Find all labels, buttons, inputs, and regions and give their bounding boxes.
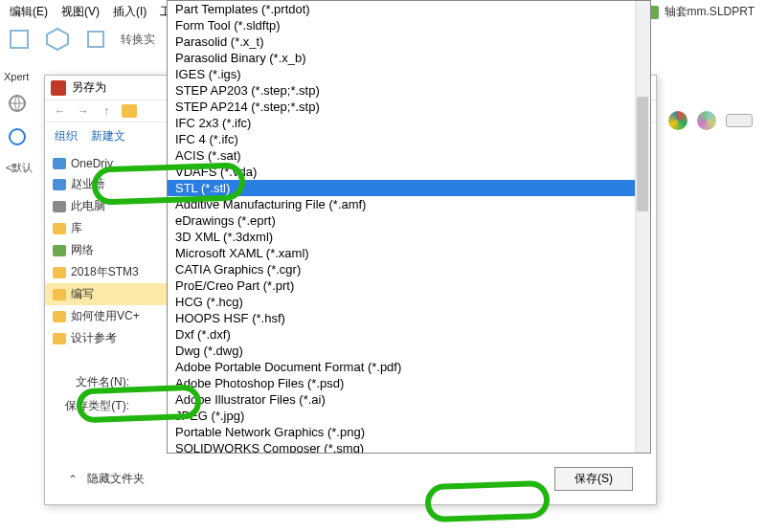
tree-design-folder[interactable]: 设计参考	[45, 327, 167, 349]
svg-marker-1	[47, 29, 68, 50]
menu-insert[interactable]: 插入(I)	[107, 2, 152, 22]
file-type-option[interactable]: Adobe Photoshop Files (*.psd)	[168, 375, 650, 391]
pc-icon	[53, 201, 66, 212]
convert-label: 转换实	[121, 32, 155, 48]
svg-point-3	[10, 129, 25, 144]
xpert-label: Xpert	[0, 65, 42, 88]
folder-icon	[53, 289, 66, 300]
user-icon	[53, 179, 66, 190]
file-type-option[interactable]: JPEG (*.jpg)	[168, 408, 650, 424]
display-panel-icon[interactable]	[726, 114, 753, 127]
file-type-option[interactable]: Adobe Illustrator Files (*.ai)	[168, 391, 650, 408]
sketch-icon[interactable]	[6, 26, 33, 53]
convert-entities-icon[interactable]	[82, 26, 109, 53]
hide-folders-link[interactable]: 隐藏文件夹	[87, 471, 145, 487]
document-name: 轴套mm.SLDPRT	[665, 4, 755, 20]
save-type-dropdown[interactable]: Part Templates (*.prtdot)Form Tool (*.sl…	[167, 0, 651, 454]
file-type-option[interactable]: SOLIDWORKS Composer (*.smg)	[168, 440, 650, 454]
file-type-option[interactable]: Microsoft XAML (*.xaml)	[168, 245, 650, 261]
tree-label: OneDriv	[71, 157, 113, 170]
tree-onedrive[interactable]: OneDriv	[45, 154, 167, 173]
menu-edit[interactable]: 编辑(E)	[4, 2, 54, 22]
nav-up-icon[interactable]: ↑	[99, 104, 114, 118]
scene-icon[interactable]	[697, 111, 716, 130]
new-folder-button[interactable]: 新建文	[91, 128, 125, 144]
file-type-option[interactable]: ACIS (*.sat)	[168, 147, 650, 164]
file-type-option[interactable]: HCG (*.hcg)	[168, 294, 650, 310]
tree-label: 此电脑	[71, 198, 105, 214]
organize-menu[interactable]: 组织	[55, 128, 78, 144]
view-toolbar	[668, 111, 753, 130]
tree-libraries[interactable]: 库	[45, 217, 167, 239]
folder-icon	[122, 104, 137, 118]
savetype-label: 保存类型(T):	[53, 398, 129, 414]
file-type-option[interactable]: Parasolid (*.x_t)	[168, 33, 650, 50]
chevron-up-icon[interactable]: ⌃	[68, 473, 78, 486]
tree-label: 库	[71, 220, 82, 236]
appearance-icon[interactable]	[668, 111, 687, 130]
cube-icon[interactable]	[44, 26, 71, 53]
orientation-icon[interactable]	[8, 127, 34, 149]
file-type-option[interactable]: STL (*.stl)	[168, 180, 650, 196]
file-type-option[interactable]: ProE/Creo Part (*.prt)	[168, 277, 650, 294]
library-icon	[53, 223, 66, 234]
cloud-icon	[53, 158, 66, 169]
file-type-option[interactable]: eDrawings (*.eprt)	[168, 212, 650, 229]
tree-label: 赵业蓓	[71, 176, 105, 192]
feature-manager-panel: Xpert <默认	[0, 65, 42, 181]
tree-this-pc[interactable]: 此电脑	[45, 195, 167, 217]
file-type-option[interactable]: Dxf (*.dxf)	[168, 326, 650, 343]
file-type-option[interactable]: Part Templates (*.prtdot)	[168, 1, 650, 17]
file-type-option[interactable]: Additive Manufacturing File (*.amf)	[168, 196, 650, 212]
file-type-option[interactable]: STEP AP203 (*.step;*.stp)	[168, 82, 650, 99]
nav-back-icon[interactable]: ←	[53, 104, 68, 118]
network-icon	[53, 245, 66, 256]
folder-tree: OneDriv 赵业蓓 此电脑 库 网络 2018年STM3 编写 如何使用VC…	[45, 150, 168, 370]
save-button[interactable]: 保存(S)	[554, 467, 633, 491]
svg-rect-0	[11, 31, 28, 48]
file-type-option[interactable]: Dwg (*.dwg)	[168, 343, 650, 359]
tree-label: 网络	[71, 242, 94, 258]
tree-user[interactable]: 赵业蓓	[45, 173, 167, 195]
tree-write-folder[interactable]: 编写	[45, 283, 167, 305]
folder-icon	[53, 311, 66, 322]
menu-view[interactable]: 视图(V)	[56, 2, 105, 22]
globe-icon[interactable]	[8, 94, 34, 116]
tree-stm-folder[interactable]: 2018年STM3	[45, 261, 167, 283]
document-tab[interactable]: 轴套mm.SLDPRT	[645, 4, 755, 20]
solidworks-icon	[51, 80, 66, 96]
file-type-option[interactable]: VDAFS (*.vda)	[168, 164, 650, 180]
tree-label: 2018年STM3	[71, 264, 139, 280]
file-type-option[interactable]: IFC 4 (*.ifc)	[168, 131, 650, 147]
dialog-title: 另存为	[72, 79, 106, 96]
scrollbar-thumb[interactable]	[637, 97, 648, 211]
folder-icon	[53, 333, 66, 344]
tree-network[interactable]: 网络	[45, 239, 167, 261]
file-type-option[interactable]: Form Tool (*.sldftp)	[168, 17, 650, 33]
config-label: <默认	[0, 155, 42, 181]
file-type-option[interactable]: 3D XML (*.3dxml)	[168, 229, 650, 245]
file-type-option[interactable]: CATIA Graphics (*.cgr)	[168, 261, 650, 277]
file-type-option[interactable]: IFC 2x3 (*.ifc)	[168, 115, 650, 131]
file-type-option[interactable]: STEP AP214 (*.step;*.stp)	[168, 99, 650, 115]
file-type-option[interactable]: Parasolid Binary (*.x_b)	[168, 50, 650, 66]
filename-label: 文件名(N):	[53, 374, 129, 390]
tree-label: 设计参考	[71, 330, 117, 346]
file-type-option[interactable]: IGES (*.igs)	[168, 66, 650, 82]
file-type-option[interactable]: Portable Network Graphics (*.png)	[168, 424, 650, 440]
tree-label: 编写	[71, 286, 94, 302]
tree-label: 如何使用VC+	[71, 308, 140, 324]
file-type-option[interactable]: HOOPS HSF (*.hsf)	[168, 310, 650, 326]
tree-vc-folder[interactable]: 如何使用VC+	[45, 305, 167, 327]
nav-forward-icon[interactable]: →	[76, 104, 91, 118]
folder-icon	[53, 267, 66, 278]
scrollbar[interactable]	[635, 1, 650, 453]
dialog-footer: ⌃ 隐藏文件夹 保存(S)	[45, 457, 656, 504]
file-type-option[interactable]: Adobe Portable Document Format (*.pdf)	[168, 359, 650, 375]
